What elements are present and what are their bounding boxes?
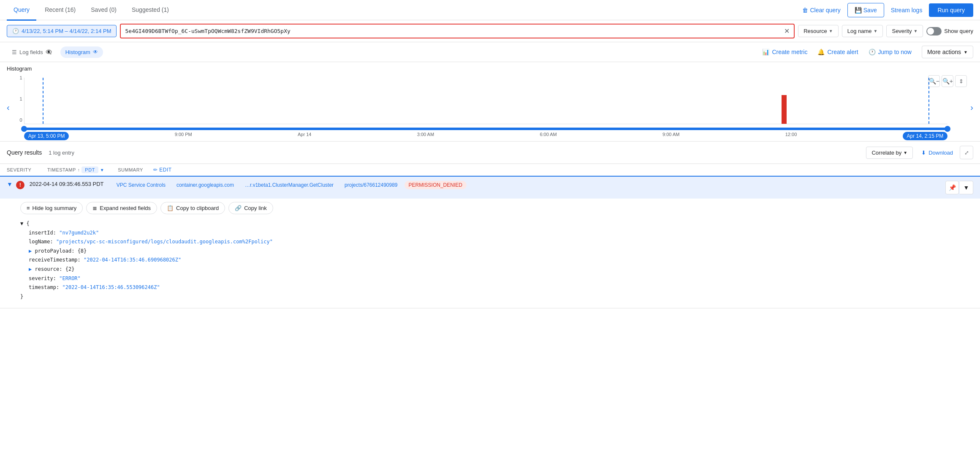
clock-icon: 🕐 xyxy=(12,28,19,34)
severity-filter[interactable]: Severity ▼ xyxy=(886,25,923,37)
sort-arrow-icon[interactable]: ↑ xyxy=(78,168,80,172)
table-header: SEVERITY TIMESTAMP ↑ PDT ▼ SUMMARY ✏ EDI… xyxy=(0,164,980,177)
expand-nested-fields-button[interactable]: ≣ Expand nested fields xyxy=(86,202,157,214)
collapse-icon[interactable]: ▼ xyxy=(7,181,13,188)
time-label-4: 6:00 AM xyxy=(540,132,557,140)
copy-to-clipboard-button[interactable]: 📋 Copy to clipboard xyxy=(160,202,225,214)
tab-saved[interactable]: Saved (0) xyxy=(84,0,123,21)
timeline-labels: Apr 13, 5:00 PM 9:00 PM Apr 14 3:00 AM 6… xyxy=(24,132,948,140)
toolbar-row: ☰ Log fields 👁‍🗨 Histogram 👁 📊 Create me… xyxy=(0,42,980,62)
hide-log-summary-button[interactable]: ≡ Hide log summary xyxy=(20,202,83,214)
column-summary: SUMMARY xyxy=(118,167,143,172)
log-tag-container[interactable]: container.googleapis.com xyxy=(172,181,238,189)
log-tag-vpc[interactable]: VPC Service Controls xyxy=(112,181,170,189)
correlate-by-button[interactable]: Correlate by ▼ xyxy=(866,147,913,159)
field-timestamp: timestamp: "2022-04-14T16:35:46.55309624… xyxy=(20,283,973,292)
clock-icon: 🕐 xyxy=(869,49,876,55)
create-metric-button[interactable]: 📊 Create metric xyxy=(762,49,807,55)
pin-button[interactable]: 📌 xyxy=(945,181,959,194)
timeline-dot-right[interactable] xyxy=(945,126,950,132)
jump-to-now-button[interactable]: 🕐 Jump to now xyxy=(869,49,912,55)
log-brace-close: } xyxy=(20,292,973,302)
log-detail-actions: ≡ Hide log summary ≣ Expand nested field… xyxy=(20,202,973,214)
time-range-picker[interactable]: 🕐 4/13/22, 5:14 PM – 4/14/22, 2:14 PM xyxy=(7,25,117,37)
tab-query[interactable]: Query xyxy=(7,0,36,21)
create-alert-button[interactable]: 🔔 Create alert xyxy=(817,49,858,55)
log-entry: ▼ ! 2022-04-14 09:35:46.553 PDT VPC Serv… xyxy=(0,177,980,308)
link-icon: 🔗 xyxy=(235,205,242,211)
column-severity: SEVERITY xyxy=(7,167,41,172)
field-resource[interactable]: ▶ resource: {2} xyxy=(20,265,973,274)
pin-dropdown-button[interactable]: ▼ xyxy=(960,181,973,194)
top-actions: 🗑 Clear query 💾 Save Stream logs Run que… xyxy=(802,3,973,17)
log-tag-cluster[interactable]: …r.v1beta1.ClusterManager.GetCluster xyxy=(241,181,338,189)
download-icon: ⬇ xyxy=(921,150,926,156)
chevron-down-icon: ▼ xyxy=(100,168,104,172)
save-button[interactable]: 💾 Save xyxy=(847,3,884,17)
edit-summary-button[interactable]: ✏ EDIT xyxy=(153,167,172,173)
search-row: 🕐 4/13/22, 5:14 PM – 4/14/22, 2:14 PM ✕ … xyxy=(0,20,980,42)
resource-filter[interactable]: Resource ▼ xyxy=(798,25,839,37)
log-fields-button[interactable]: ☰ Log fields 👁‍🗨 xyxy=(7,46,57,58)
eye-icon: 👁 xyxy=(93,49,98,55)
show-query-toggle-row: Show query xyxy=(926,27,973,35)
log-name-filter[interactable]: Log name ▼ xyxy=(842,25,883,37)
clear-search-button[interactable]: ✕ xyxy=(784,27,790,35)
download-button[interactable]: ⬇ Download xyxy=(921,150,953,156)
log-tags: VPC Service Controls container.googleapi… xyxy=(112,181,942,189)
tab-recent[interactable]: Recent (16) xyxy=(38,0,82,21)
search-box[interactable]: ✕ xyxy=(120,24,795,38)
search-input[interactable] xyxy=(125,28,784,34)
log-fields-icon: ☰ xyxy=(12,49,17,55)
histogram-nav-right-button[interactable]: › xyxy=(969,74,973,141)
fullscreen-button[interactable]: ⤢ xyxy=(960,146,973,159)
more-actions-button[interactable]: More actions ▼ xyxy=(922,46,973,58)
y-label-top: 1 xyxy=(11,75,24,80)
dashed-line-right xyxy=(928,78,929,124)
stream-logs-button[interactable]: Stream logs xyxy=(891,7,923,14)
log-brace-open: ▼ { xyxy=(20,219,973,229)
tab-suggested[interactable]: Suggested (1) xyxy=(125,0,176,21)
results-header: Query results 1 log entry Correlate by ▼… xyxy=(0,142,980,164)
column-timestamp: TIMESTAMP ↑ PDT ▼ xyxy=(47,166,104,173)
timeline-dot-left[interactable] xyxy=(21,126,27,132)
pdt-badge[interactable]: PDT xyxy=(81,166,98,173)
histogram-timeline: Apr 13, 5:00 PM 9:00 PM Apr 14 3:00 AM 6… xyxy=(24,124,948,141)
dashed-line-left xyxy=(43,78,43,124)
end-time-label: Apr 14, 2:15 PM xyxy=(903,132,948,140)
histogram-nav-left-button[interactable]: ‹ xyxy=(7,74,11,141)
log-tag-permission[interactable]: PERMISSION_DENIED xyxy=(404,181,467,189)
clipboard-icon: 📋 xyxy=(167,205,174,211)
field-insertId: insertId: "nv7gumd2u2k" xyxy=(20,229,973,238)
timeline-track[interactable] xyxy=(24,128,948,130)
histogram-button[interactable]: Histogram 👁 xyxy=(60,46,103,58)
results-count: 1 log entry xyxy=(49,150,74,156)
chevron-down-icon: ▼ xyxy=(903,150,907,155)
histogram-section: Histogram ‹ 🔍− 🔍+ ⇕ 1 1 0 xyxy=(0,62,980,142)
log-tag-project[interactable]: projects/676612490989 xyxy=(340,181,402,189)
toggle-knob xyxy=(927,28,934,35)
pencil-icon: ✏ xyxy=(153,167,158,173)
log-entry-header[interactable]: ▼ ! 2022-04-14 09:35:46.553 PDT VPC Serv… xyxy=(0,177,980,199)
expand-button[interactable]: ⇕ xyxy=(955,75,967,87)
time-label-3: 3:00 AM xyxy=(417,132,434,140)
clear-query-button[interactable]: 🗑 Clear query xyxy=(802,7,840,14)
time-label-1: 9:00 PM xyxy=(175,132,192,140)
field-receiveTimestamp: receiveTimestamp: "2022-04-14T16:35:46.6… xyxy=(20,256,973,265)
chevron-down-icon: ▼ xyxy=(964,50,968,55)
field-severity: severity: "ERROR" xyxy=(20,274,973,283)
summary-icon: ≡ xyxy=(27,205,30,211)
field-protoPayload[interactable]: ▶ protoPayload: {8} xyxy=(20,247,973,256)
run-query-button[interactable]: Run query xyxy=(929,3,973,17)
y-label-mid: 1 xyxy=(11,96,24,101)
trash-icon: 🗑 xyxy=(802,7,808,14)
metric-icon: 📊 xyxy=(762,49,769,55)
eye-off-icon: 👁‍🗨 xyxy=(46,49,52,55)
results-title: Query results xyxy=(7,149,42,156)
histogram-container: ‹ 🔍− 🔍+ ⇕ 1 1 0 xyxy=(7,74,973,141)
copy-link-button[interactable]: 🔗 Copy link xyxy=(228,202,273,214)
histogram-title: Histogram xyxy=(7,65,973,72)
histogram-chart xyxy=(24,78,948,124)
show-query-toggle[interactable] xyxy=(926,27,942,35)
time-label-2: Apr 14 xyxy=(298,132,311,140)
